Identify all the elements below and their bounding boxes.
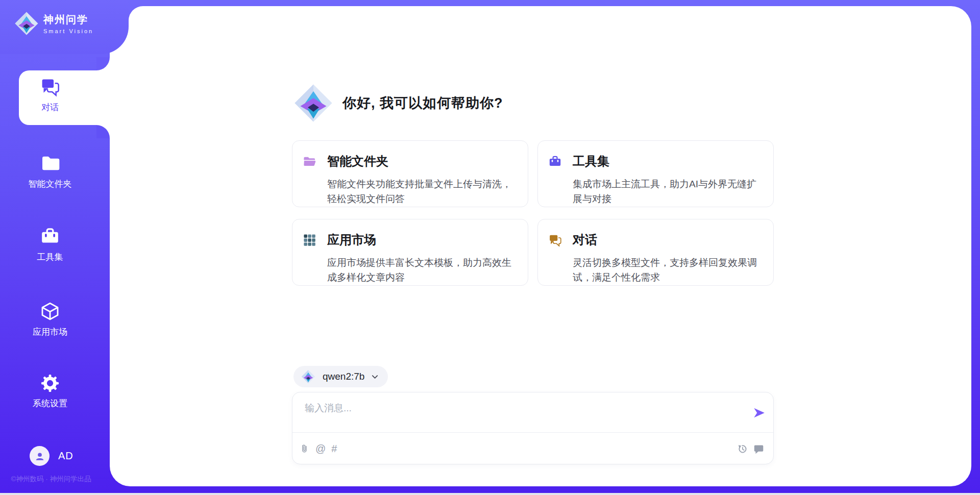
card-description: 灵活切换多模型文件，支持多样回复效果调试，满足个性化需求 — [573, 255, 760, 285]
brand-name: 神州问学 — [43, 13, 93, 27]
card-chat[interactable]: 对话 灵活切换多模型文件，支持多样回复效果调试，满足个性化需求 — [537, 219, 774, 286]
brand-diamond-icon — [293, 83, 333, 123]
paperclip-icon — [300, 443, 310, 454]
sidebar-item-toolset[interactable]: 工具集 — [0, 226, 100, 263]
brand-logo: 神州问学 Smart Vision — [14, 11, 93, 36]
bottom-edge-strip — [0, 493, 980, 495]
comment-icon — [753, 443, 764, 454]
greeting: 你好, 我可以如何帮助你? — [293, 83, 503, 123]
card-head: 对话 — [548, 232, 760, 248]
brand-diamond-icon — [301, 369, 315, 384]
sidebar-item-label: 智能文件夹 — [29, 178, 72, 190]
card-app-market[interactable]: 应用市场 应用市场提供丰富长文本模板，助力高效生成多样化文章内容 — [292, 219, 528, 286]
card-title: 工具集 — [573, 153, 609, 169]
message-input[interactable] — [305, 400, 728, 417]
user-account[interactable]: AD — [30, 446, 74, 466]
card-head: 应用市场 — [303, 232, 514, 248]
card-title: 智能文件夹 — [327, 153, 388, 169]
copyright-footer: ©神州数码 · 神州问学出品 — [0, 475, 102, 484]
card-description: 集成市场上主流工具，助力AI与外界无缝扩展与对接 — [573, 177, 760, 206]
main-content: 你好, 我可以如何帮助你? 智能文件夹 智能文件夹功能支持批量文件上传与清洗，轻… — [110, 6, 971, 486]
app-grid-icon — [303, 233, 316, 247]
brand-text: 神州问学 Smart Vision — [43, 13, 93, 34]
briefcase-icon — [548, 155, 562, 168]
send-icon[interactable] — [752, 406, 766, 419]
person-icon — [34, 451, 45, 462]
feedback-button[interactable] — [753, 443, 764, 454]
chat-icon — [40, 77, 60, 97]
folder-icon — [40, 153, 60, 174]
hash-icon: # — [331, 443, 337, 454]
history-icon — [737, 443, 748, 454]
user-name: AD — [58, 450, 74, 462]
card-title: 应用市场 — [327, 232, 376, 248]
sidebar-item-chat-inner: 对话 — [19, 70, 81, 113]
card-toolset[interactable]: 工具集 集成市场上主流工具，助力AI与外界无缝扩展与对接 — [537, 140, 774, 207]
brand-subtitle: Smart Vision — [43, 28, 93, 34]
brand-diamond-icon — [14, 11, 39, 36]
avatar — [30, 446, 50, 466]
card-head: 智能文件夹 — [303, 153, 514, 169]
model-name: qwen2:7b — [323, 371, 364, 382]
card-description: 智能文件夹功能支持批量文件上传与清洗，轻松实现文件问答 — [327, 177, 514, 206]
card-title: 对话 — [573, 232, 597, 248]
gear-icon — [40, 374, 60, 393]
card-smart-folder[interactable]: 智能文件夹 智能文件夹功能支持批量文件上传与清洗，轻松实现文件问答 — [292, 140, 528, 207]
history-button[interactable] — [737, 443, 748, 454]
topic-button[interactable]: # — [331, 443, 337, 454]
mention-button[interactable]: @ — [315, 443, 326, 454]
attach-file-button[interactable] — [300, 443, 310, 454]
corner-curve-decoration — [129, 6, 143, 20]
cube-icon — [40, 301, 60, 321]
sidebar-item-app-market[interactable]: 应用市场 — [0, 301, 100, 338]
app-screen: 神州问学 Smart Vision 对话 智能文件夹 工具集 应用市场 系统设置 — [0, 0, 980, 495]
sidebar-item-chat[interactable]: 对话 — [19, 70, 110, 125]
sidebar: 神州问学 Smart Vision 对话 智能文件夹 工具集 应用市场 系统设置 — [0, 0, 110, 495]
card-head: 工具集 — [548, 153, 760, 169]
at-icon: @ — [315, 443, 326, 454]
chevron-down-icon — [371, 373, 379, 381]
composer-toolbar: @ # — [300, 433, 764, 464]
card-description: 应用市场提供丰富长文本模板，助力高效生成多样化文章内容 — [327, 255, 514, 285]
message-composer: @ # — [292, 392, 774, 464]
sidebar-item-label: 对话 — [41, 102, 59, 113]
folder-open-icon — [303, 155, 316, 168]
sidebar-item-label: 工具集 — [37, 251, 63, 263]
chat-bubbles-icon — [548, 233, 562, 247]
sidebar-item-settings[interactable]: 系统设置 — [0, 374, 100, 409]
sidebar-item-label: 系统设置 — [33, 398, 67, 409]
toolbox-icon — [40, 226, 60, 246]
model-selector[interactable]: qwen2:7b — [293, 366, 388, 387]
sidebar-item-label: 应用市场 — [33, 326, 67, 338]
feature-cards: 智能文件夹 智能文件夹功能支持批量文件上传与清洗，轻松实现文件问答 工具集 集成… — [292, 140, 774, 286]
sidebar-item-smart-folder[interactable]: 智能文件夹 — [0, 153, 100, 190]
greeting-title: 你好, 我可以如何帮助你? — [342, 94, 503, 112]
